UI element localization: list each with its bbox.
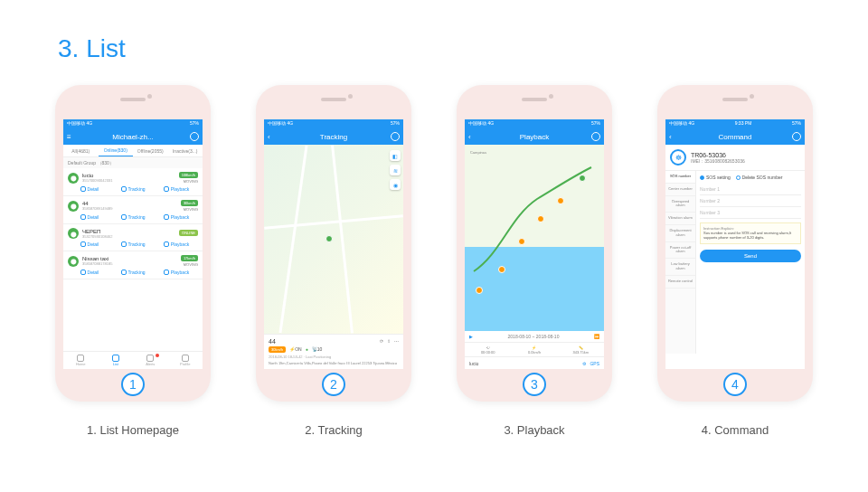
bottom-nav: Home List Alerts Profile [63, 351, 203, 369]
route-point[interactable] [518, 238, 525, 245]
sidebar-item-sos-number[interactable]: SOS number [665, 171, 695, 184]
device-card[interactable]: ⬤Nissan taxi35858708817818517km/hMOVINGD… [63, 251, 203, 279]
playback-controls: ▶ 2018-08-10 ~ 2018-08-10 ⏩ [465, 331, 604, 342]
nav-profile[interactable]: Profile [168, 352, 203, 369]
device-card[interactable]: ⬤lucio355700090042331108km/hMOVINGDetail… [63, 168, 203, 196]
tab-online[interactable]: Online(830) [99, 145, 134, 156]
sidebar-item-power-cut-off-alarm[interactable]: Power cut-off alarm [665, 242, 695, 260]
speed-badge: 30km/h [269, 346, 286, 353]
settings-icon[interactable]: ⚙ [582, 361, 586, 366]
tracking-icon [121, 270, 127, 275]
more-icon[interactable]: ⋯ [394, 338, 399, 344]
car-icon: ⬤ [68, 173, 79, 184]
route-point[interactable] [476, 287, 483, 294]
menu-icon[interactable]: ≡ [67, 133, 71, 141]
tab-inactive[interactable]: Inactive(3...) [168, 145, 203, 156]
playback-footer: lucio ⚙ GPS [465, 356, 604, 369]
home-button-1[interactable]: 1 [121, 373, 145, 396]
radio-sos-setting[interactable]: SOS setting [700, 175, 731, 180]
header: ≡ Michael-zh... [63, 128, 203, 145]
screen-tracking: 中国移动 4G57% ‹ Tracking ◧ ≋ ◉ [264, 119, 403, 369]
tracking-icon [121, 214, 127, 220]
gps-link[interactable]: GPS [590, 361, 599, 366]
action-playback[interactable]: Playback [155, 214, 198, 220]
refresh-icon[interactable]: ⟳ [380, 338, 383, 344]
home-button-2[interactable]: 2 [322, 373, 345, 396]
screen-command: 中国移动 4G9:33 PM57% ‹ Command ☸ TR06-53036… [665, 119, 805, 369]
speed-badge: 30km/h [181, 200, 198, 206]
play-icon[interactable]: ▶ [469, 334, 473, 339]
stat-distance: 📏343.75km [558, 343, 604, 356]
action-tracking[interactable]: Tracking [111, 214, 155, 220]
device-card[interactable]: ⬤ЧЕРЕП353270930108462ONLINEDetailTrackin… [63, 224, 203, 251]
radio-delete-sos[interactable]: Delete SOS number [736, 175, 783, 180]
caption-4: 4. Command [702, 423, 769, 437]
device-name: lucio [469, 361, 478, 366]
sidebar-item-vibration-alarm[interactable]: Vibration alarm [665, 213, 695, 225]
header-action-icon[interactable] [391, 132, 400, 141]
screen-playback: 中国移动 4G57% ‹ Playback [465, 119, 604, 369]
back-icon[interactable]: ‹ [468, 133, 471, 141]
action-detail[interactable]: Detail [68, 186, 111, 192]
input-number-2[interactable]: Number 2 [700, 195, 801, 207]
speed-icon[interactable]: ⏩ [594, 334, 599, 339]
header-action-icon[interactable] [792, 132, 801, 141]
sidebar-item-displacement-alarm[interactable]: Displacement alarm [665, 225, 695, 242]
device-name: TR06-53036 [691, 152, 745, 158]
device-status: MOVING [181, 207, 198, 212]
nav-alerts[interactable]: Alerts [133, 352, 168, 369]
home-button-4[interactable]: 4 [723, 373, 747, 396]
map-street-icon[interactable]: ◉ [390, 179, 401, 190]
detail-icon [80, 214, 86, 220]
home-icon [77, 355, 84, 362]
device-card[interactable]: ⬤4435858708914948930km/hMOVINGDetailTrac… [63, 196, 203, 224]
statusbar: 中国移动 4G57% [63, 119, 203, 128]
map-traffic-icon[interactable]: ≋ [390, 165, 401, 175]
route-point[interactable] [557, 197, 564, 204]
back-icon[interactable]: ‹ [268, 133, 270, 141]
playback-map[interactable]: Campinas [465, 145, 604, 331]
device-name: 44 [269, 338, 276, 345]
map-layers-icon[interactable]: ◧ [390, 150, 401, 161]
action-detail[interactable]: Detail [68, 270, 111, 275]
sidebar-item-center-number[interactable]: Center number [665, 184, 695, 196]
route-point[interactable] [498, 266, 505, 273]
alert-dot [156, 354, 159, 357]
sidebar-item-remote-control[interactable]: Remote control [665, 276, 695, 289]
action-tracking[interactable]: Tracking [111, 186, 155, 192]
action-detail[interactable]: Detail [68, 214, 111, 220]
stat-speed: ⚡0.0km/h [511, 343, 557, 356]
tab-all[interactable]: All(4681) [63, 145, 99, 156]
detail-icon [80, 186, 86, 192]
sidebar-item-overspeed-alarm[interactable]: Overspeed alarm [665, 196, 695, 213]
nav-home[interactable]: Home [63, 352, 99, 369]
device-pin[interactable] [326, 235, 333, 242]
device-tabs: All(4681) Online(830) Offline(2055) Inac… [63, 145, 203, 157]
speed-badge: 108km/h [179, 172, 198, 178]
instruction-explain: Instruction Explain: Sos number is used … [700, 222, 801, 244]
tracking-map[interactable]: ◧ ≋ ◉ [264, 145, 403, 334]
send-button[interactable]: Send [700, 250, 801, 262]
action-tracking[interactable]: Tracking [111, 241, 155, 247]
header-action-icon[interactable] [591, 132, 600, 141]
sidebar-item-low-battery-alarm[interactable]: Low battery alarm [665, 259, 695, 276]
speed-badge: 17km/h [181, 255, 198, 261]
action-detail[interactable]: Detail [68, 241, 111, 247]
nav-list[interactable]: List [99, 352, 134, 369]
action-playback[interactable]: Playback [155, 186, 198, 192]
input-number-1[interactable]: Number 1 [700, 184, 801, 195]
action-playback[interactable]: Playback [155, 241, 198, 247]
date-range[interactable]: 2018-08-10 ~ 2018-08-10 [476, 334, 591, 339]
input-number-3[interactable]: Number 3 [700, 207, 801, 219]
group-header[interactable]: Default Group （830） [63, 157, 203, 168]
tab-offline[interactable]: Offline(2055) [133, 145, 168, 156]
device-imei: IMEI：3516080082653036 [691, 158, 745, 164]
back-icon[interactable]: ‹ [669, 133, 672, 141]
home-button-3[interactable]: 3 [523, 373, 546, 396]
header-action-icon[interactable] [190, 132, 199, 141]
action-playback[interactable]: Playback [155, 270, 198, 275]
device-imei: 358587088178185 [82, 261, 181, 266]
switch-on[interactable]: ● [306, 346, 308, 352]
share-icon[interactable]: ⇪ [387, 338, 391, 344]
action-tracking[interactable]: Tracking [111, 270, 155, 275]
